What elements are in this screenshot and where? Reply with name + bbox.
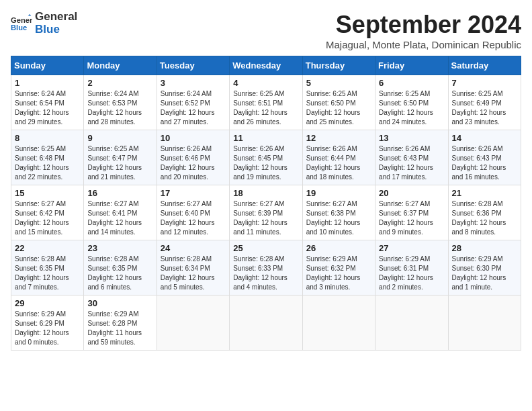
calendar-cell: 5 Sunrise: 6:25 AMSunset: 6:50 PMDayligh…: [302, 75, 375, 130]
day-info: Sunrise: 6:29 AMSunset: 6:31 PMDaylight:…: [379, 255, 433, 291]
location-subtitle: Majagual, Monte Plata, Dominican Republi…: [326, 39, 521, 50]
day-info: Sunrise: 6:27 AMSunset: 6:38 PMDaylight:…: [306, 200, 361, 236]
calendar-cell: [157, 295, 229, 351]
day-number: 29: [15, 298, 80, 308]
calendar-cell: 8 Sunrise: 6:25 AMSunset: 6:48 PMDayligh…: [11, 130, 84, 185]
day-info: Sunrise: 6:24 AMSunset: 6:52 PMDaylight:…: [161, 90, 215, 126]
day-info: Sunrise: 6:24 AMSunset: 6:54 PMDaylight:…: [15, 90, 69, 126]
day-number: 11: [233, 133, 298, 143]
day-number: 17: [161, 188, 226, 198]
calendar-cell: 30 Sunrise: 6:29 AMSunset: 6:28 PMDaylig…: [84, 295, 157, 351]
day-info: Sunrise: 6:28 AMSunset: 6:35 PMDaylight:…: [15, 255, 69, 291]
calendar-cell: 10 Sunrise: 6:26 AMSunset: 6:46 PMDaylig…: [157, 130, 229, 185]
day-info: Sunrise: 6:28 AMSunset: 6:33 PMDaylight:…: [233, 255, 287, 291]
day-info: Sunrise: 6:27 AMSunset: 6:42 PMDaylight:…: [15, 200, 69, 236]
day-number: 9: [87, 133, 152, 143]
page-header: General Blue General Blue September 2024…: [11, 11, 521, 50]
day-info: Sunrise: 6:28 AMSunset: 6:34 PMDaylight:…: [161, 255, 215, 291]
day-info: Sunrise: 6:28 AMSunset: 6:36 PMDaylight:…: [452, 200, 506, 236]
day-info: Sunrise: 6:27 AMSunset: 6:37 PMDaylight:…: [379, 200, 433, 236]
day-header-thursday: Thursday: [302, 56, 375, 75]
svg-text:Blue: Blue: [11, 24, 27, 32]
day-number: 1: [15, 78, 80, 88]
calendar-cell: 26 Sunrise: 6:29 AMSunset: 6:32 PMDaylig…: [302, 240, 375, 295]
logo-line1: General: [35, 11, 77, 24]
day-info: Sunrise: 6:25 AMSunset: 6:48 PMDaylight:…: [15, 145, 69, 181]
calendar-cell: 3 Sunrise: 6:24 AMSunset: 6:52 PMDayligh…: [157, 75, 229, 130]
day-number: 27: [379, 243, 444, 253]
calendar-cell: 4 Sunrise: 6:25 AMSunset: 6:51 PMDayligh…: [230, 75, 302, 130]
day-info: Sunrise: 6:26 AMSunset: 6:44 PMDaylight:…: [306, 145, 361, 181]
calendar-week-3: 15 Sunrise: 6:27 AMSunset: 6:42 PMDaylig…: [11, 185, 521, 240]
day-info: Sunrise: 6:25 AMSunset: 6:47 PMDaylight:…: [87, 145, 142, 181]
calendar-body: 1 Sunrise: 6:24 AMSunset: 6:54 PMDayligh…: [11, 75, 521, 351]
day-info: Sunrise: 6:26 AMSunset: 6:43 PMDaylight:…: [452, 145, 506, 181]
month-title: September 2024: [326, 11, 521, 39]
calendar-cell: 27 Sunrise: 6:29 AMSunset: 6:31 PMDaylig…: [375, 240, 448, 295]
day-number: 3: [161, 78, 226, 88]
day-info: Sunrise: 6:29 AMSunset: 6:29 PMDaylight:…: [15, 310, 69, 346]
calendar-cell: 14 Sunrise: 6:26 AMSunset: 6:43 PMDaylig…: [448, 130, 521, 185]
day-number: 6: [379, 78, 444, 88]
day-number: 30: [87, 298, 152, 308]
day-info: Sunrise: 6:27 AMSunset: 6:39 PMDaylight:…: [233, 200, 287, 236]
calendar-cell: 9 Sunrise: 6:25 AMSunset: 6:47 PMDayligh…: [84, 130, 157, 185]
calendar-cell: 23 Sunrise: 6:28 AMSunset: 6:35 PMDaylig…: [84, 240, 157, 295]
calendar-header-row: SundayMondayTuesdayWednesdayThursdayFrid…: [11, 56, 521, 75]
calendar-cell: 1 Sunrise: 6:24 AMSunset: 6:54 PMDayligh…: [11, 75, 84, 130]
day-number: 15: [15, 188, 80, 198]
calendar-cell: [302, 295, 375, 351]
day-number: 13: [379, 133, 444, 143]
day-info: Sunrise: 6:29 AMSunset: 6:30 PMDaylight:…: [452, 255, 506, 291]
day-number: 2: [87, 78, 152, 88]
calendar-cell: 15 Sunrise: 6:27 AMSunset: 6:42 PMDaylig…: [11, 185, 84, 240]
logo: General Blue General Blue: [11, 11, 77, 36]
day-number: 4: [233, 78, 298, 88]
logo-icon: General Blue: [11, 14, 32, 33]
day-info: Sunrise: 6:26 AMSunset: 6:46 PMDaylight:…: [161, 145, 215, 181]
day-number: 22: [15, 243, 80, 253]
day-number: 12: [306, 133, 371, 143]
calendar-week-4: 22 Sunrise: 6:28 AMSunset: 6:35 PMDaylig…: [11, 240, 521, 295]
calendar-cell: 6 Sunrise: 6:25 AMSunset: 6:50 PMDayligh…: [375, 75, 448, 130]
day-info: Sunrise: 6:27 AMSunset: 6:40 PMDaylight:…: [161, 200, 215, 236]
day-header-monday: Monday: [84, 56, 157, 75]
calendar-cell: 13 Sunrise: 6:26 AMSunset: 6:43 PMDaylig…: [375, 130, 448, 185]
day-info: Sunrise: 6:27 AMSunset: 6:41 PMDaylight:…: [87, 200, 142, 236]
day-info: Sunrise: 6:24 AMSunset: 6:53 PMDaylight:…: [87, 90, 142, 126]
calendar-cell: [448, 295, 521, 351]
day-number: 24: [161, 243, 226, 253]
day-number: 26: [306, 243, 371, 253]
calendar-cell: 17 Sunrise: 6:27 AMSunset: 6:40 PMDaylig…: [157, 185, 229, 240]
calendar-cell: 7 Sunrise: 6:25 AMSunset: 6:49 PMDayligh…: [448, 75, 521, 130]
day-number: 7: [452, 78, 517, 88]
day-number: 14: [452, 133, 517, 143]
svg-marker-2: [28, 14, 32, 15]
calendar-cell: 20 Sunrise: 6:27 AMSunset: 6:37 PMDaylig…: [375, 185, 448, 240]
logo-line2: Blue: [35, 24, 77, 36]
calendar-cell: 25 Sunrise: 6:28 AMSunset: 6:33 PMDaylig…: [230, 240, 302, 295]
day-number: 10: [161, 133, 226, 143]
day-info: Sunrise: 6:25 AMSunset: 6:51 PMDaylight:…: [233, 90, 287, 126]
day-number: 18: [233, 188, 298, 198]
calendar-cell: 11 Sunrise: 6:26 AMSunset: 6:45 PMDaylig…: [230, 130, 302, 185]
day-info: Sunrise: 6:25 AMSunset: 6:49 PMDaylight:…: [452, 90, 506, 126]
day-number: 25: [233, 243, 298, 253]
day-info: Sunrise: 6:25 AMSunset: 6:50 PMDaylight:…: [379, 90, 433, 126]
calendar-cell: [230, 295, 302, 351]
calendar-week-5: 29 Sunrise: 6:29 AMSunset: 6:29 PMDaylig…: [11, 295, 521, 351]
calendar-week-2: 8 Sunrise: 6:25 AMSunset: 6:48 PMDayligh…: [11, 130, 521, 185]
calendar-cell: 2 Sunrise: 6:24 AMSunset: 6:53 PMDayligh…: [84, 75, 157, 130]
calendar-cell: 18 Sunrise: 6:27 AMSunset: 6:39 PMDaylig…: [230, 185, 302, 240]
title-area: September 2024 Majagual, Monte Plata, Do…: [326, 11, 521, 50]
calendar-cell: 19 Sunrise: 6:27 AMSunset: 6:38 PMDaylig…: [302, 185, 375, 240]
calendar-cell: 29 Sunrise: 6:29 AMSunset: 6:29 PMDaylig…: [11, 295, 84, 351]
calendar-week-1: 1 Sunrise: 6:24 AMSunset: 6:54 PMDayligh…: [11, 75, 521, 130]
calendar-cell: 21 Sunrise: 6:28 AMSunset: 6:36 PMDaylig…: [448, 185, 521, 240]
day-number: 20: [379, 188, 444, 198]
calendar-cell: 24 Sunrise: 6:28 AMSunset: 6:34 PMDaylig…: [157, 240, 229, 295]
day-number: 21: [452, 188, 517, 198]
day-info: Sunrise: 6:28 AMSunset: 6:35 PMDaylight:…: [87, 255, 142, 291]
calendar-table: SundayMondayTuesdayWednesdayThursdayFrid…: [11, 56, 521, 351]
calendar-cell: [375, 295, 448, 351]
